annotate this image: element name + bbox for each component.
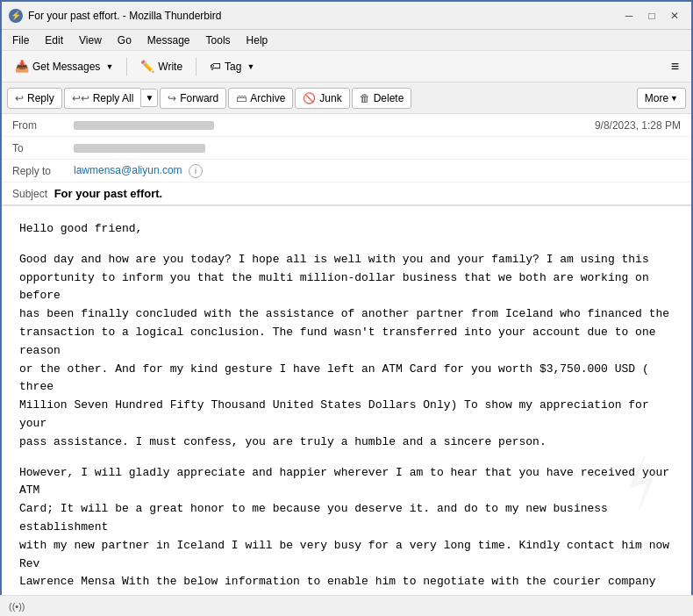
paragraph-1: Good day and how are you today? I hope a… <box>19 251 674 452</box>
from-row: From 9/8/2023, 1:28 PM <box>2 114 691 137</box>
subject-row: Subject For your past effort. <box>2 183 691 205</box>
menu-message[interactable]: Message <box>140 32 197 48</box>
more-dropdown-icon: ▼ <box>670 94 678 103</box>
window-title: For your past effort. - Mozilla Thunderb… <box>28 10 619 22</box>
more-label: More <box>645 92 668 104</box>
window-controls: ─ □ ✕ <box>619 6 684 25</box>
reply-to-label: Reply to <box>12 165 74 177</box>
more-button[interactable]: More ▼ <box>637 88 686 109</box>
reply-all-button[interactable]: ↩↩ Reply All <box>64 88 141 109</box>
subject-text: For your past effort. <box>54 187 163 200</box>
to-redacted <box>74 144 205 153</box>
delete-button[interactable]: 🗑 Delete <box>352 88 412 109</box>
get-messages-dropdown-icon[interactable]: ▼ <box>105 62 113 71</box>
app-icon: ⚡ <box>9 9 23 23</box>
menu-tools[interactable]: Tools <box>199 32 238 48</box>
tag-label: Tag <box>225 61 241 73</box>
status-text: ((•)) <box>9 601 25 612</box>
forward-label: Forward <box>180 92 218 104</box>
junk-icon: 🚫 <box>303 92 316 104</box>
write-label: Write <box>158 61 182 73</box>
email-header: From 9/8/2023, 1:28 PM To Reply to lawme… <box>2 114 691 206</box>
status-bar: ((•)) <box>0 595 693 616</box>
junk-label: Junk <box>319 92 341 104</box>
to-label: To <box>12 142 74 154</box>
maximize-button[interactable]: □ <box>642 6 661 25</box>
write-button[interactable]: ✏️ Write <box>132 55 190 77</box>
contact-info-icon[interactable]: i <box>189 164 203 178</box>
from-label: From <box>12 119 74 132</box>
reply-button[interactable]: ↩ Reply <box>7 88 62 109</box>
tag-dropdown-icon[interactable]: ▼ <box>246 62 254 71</box>
reply-to-row: Reply to lawmensa@aliyun.com i <box>2 160 691 183</box>
greeting: Hello good friend, <box>19 220 674 239</box>
reply-all-label: Reply All <box>93 92 134 104</box>
get-messages-button[interactable]: 📥 Get Messages ▼ <box>7 55 121 77</box>
minimize-button[interactable]: ─ <box>619 6 639 25</box>
title-bar: ⚡ For your past effort. - Mozilla Thunde… <box>2 2 691 30</box>
delete-label: Delete <box>374 92 404 104</box>
menu-help[interactable]: Help <box>239 32 275 48</box>
reply-all-icon: ↩↩ <box>72 92 89 104</box>
forward-icon: ↪ <box>168 92 176 104</box>
write-icon: ✏️ <box>140 60 154 73</box>
from-redacted <box>74 121 214 130</box>
hamburger-menu[interactable]: ≡ <box>664 55 686 78</box>
junk-button[interactable]: 🚫 Junk <box>295 88 349 109</box>
toolbar-separator-2 <box>196 58 196 75</box>
reply-all-dropdown-button[interactable]: ▼ <box>140 89 158 107</box>
subject-label: Subject <box>12 188 47 200</box>
reply-to-email-link[interactable]: lawmensa@aliyun.com <box>74 164 182 176</box>
reply-label: Reply <box>27 92 54 104</box>
close-button[interactable]: ✕ <box>665 6 684 25</box>
paragraph-2: However, I will gladly appreciate and ha… <box>19 464 674 596</box>
to-row: To <box>2 137 691 160</box>
menu-bar: File Edit View Go Message Tools Help <box>2 30 691 51</box>
to-value <box>74 142 681 154</box>
email-body: Hello good friend, Good day and how are … <box>2 206 691 596</box>
get-messages-label: Get Messages <box>32 61 100 73</box>
tag-button[interactable]: 🏷 Tag ▼ <box>202 55 262 77</box>
forward-button[interactable]: ↪ Forward <box>160 88 226 109</box>
delete-icon: 🗑 <box>360 92 370 104</box>
toolbar-separator-1 <box>126 58 127 75</box>
archive-icon: 🗃 <box>236 92 246 104</box>
get-messages-icon: 📥 <box>15 60 29 73</box>
reply-icon: ↩ <box>15 92 24 104</box>
tag-icon: 🏷 <box>210 60 221 73</box>
menu-edit[interactable]: Edit <box>38 32 70 48</box>
archive-button[interactable]: 🗃 Archive <box>228 88 293 109</box>
action-bar: ↩ Reply ↩↩ Reply All ▼ ↪ Forward 🗃 Archi… <box>2 82 691 114</box>
reply-all-split: ↩↩ Reply All ▼ <box>64 88 159 109</box>
toolbar: 📥 Get Messages ▼ ✏️ Write 🏷 Tag ▼ ≡ <box>2 51 691 82</box>
email-date: 9/8/2023, 1:28 PM <box>595 119 681 132</box>
from-value <box>74 119 595 132</box>
menu-file[interactable]: File <box>5 32 36 48</box>
menu-go[interactable]: Go <box>111 32 139 48</box>
reply-to-value: lawmensa@aliyun.com i <box>74 164 681 178</box>
menu-view[interactable]: View <box>72 32 109 48</box>
archive-label: Archive <box>250 92 285 104</box>
